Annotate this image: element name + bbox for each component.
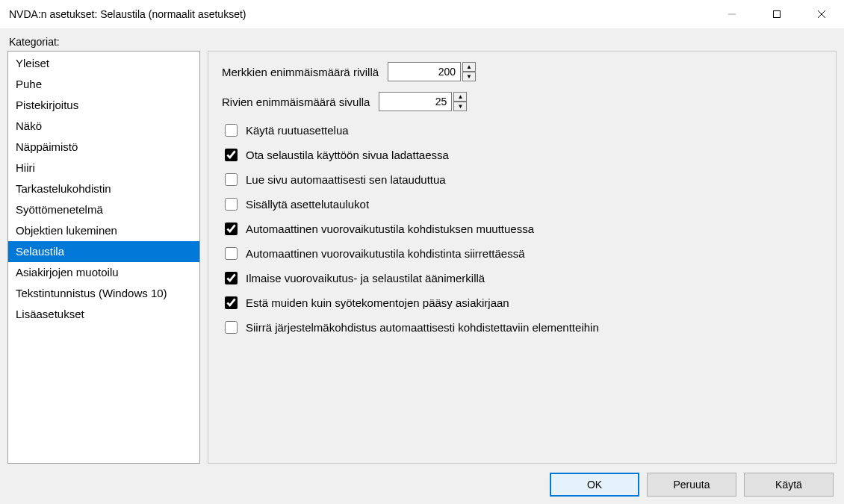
panels: YleisetPuhePistekirjoitusNäköNäppäimistö… — [7, 51, 837, 464]
max-chars-row: Merkkien enimmäismäärä rivillä ▲ ▼ — [222, 62, 822, 81]
checkbox-label: Automaattinen vuorovaikutustila kohdisti… — [246, 247, 525, 260]
ok-button[interactable]: OK — [550, 473, 639, 497]
checkbox-label: Ilmaise vuorovaikutus- ja selaustilat ää… — [246, 272, 485, 284]
svg-rect-1 — [774, 11, 781, 18]
checkbox-row: Sisällytä asettelutaulukot — [222, 196, 822, 213]
checkbox[interactable] — [225, 321, 238, 334]
max-chars-up[interactable]: ▲ — [462, 62, 476, 72]
max-rows-input[interactable] — [379, 92, 452, 111]
checkbox[interactable] — [225, 173, 238, 186]
checkbox-row: Ota selaustila käyttöön sivua ladattaess… — [222, 146, 822, 164]
checkbox[interactable] — [225, 247, 238, 260]
checkbox[interactable] — [225, 124, 238, 137]
max-rows-down[interactable]: ▼ — [453, 102, 467, 111]
checkbox[interactable] — [225, 272, 238, 284]
category-item[interactable]: Asiakirjojen muotoilu — [8, 262, 199, 283]
checkbox-row: Ilmaise vuorovaikutus- ja selaustilat ää… — [222, 270, 822, 287]
checkbox-row: Käytä ruutuasettelua — [222, 122, 822, 139]
checkbox-row: Siirrä järjestelmäkohdistus automaattise… — [222, 319, 822, 336]
minimize-button[interactable] — [710, 0, 754, 28]
max-rows-up[interactable]: ▲ — [453, 92, 467, 102]
max-chars-down[interactable]: ▼ — [462, 72, 476, 81]
checkbox-row: Lue sivu automaattisesti sen latauduttua — [222, 171, 822, 188]
checkbox-label: Siirrä järjestelmäkohdistus automaattise… — [246, 321, 599, 334]
checkbox-label: Sisällytä asettelutaulukot — [246, 198, 369, 211]
window-title: NVDA:n asetukset: Selaustila (normaalit … — [9, 8, 246, 20]
checkbox-row: Estä muiden kuin syötekomentojen pääsy a… — [222, 294, 822, 311]
max-chars-input[interactable] — [388, 62, 461, 81]
category-item[interactable]: Syöttömenetelmä — [8, 199, 199, 220]
button-bar: OK Peruuta Käytä — [7, 464, 837, 497]
category-item[interactable]: Tarkastelukohdistin — [8, 178, 199, 199]
checkbox-row: Automaattinen vuorovaikutustila kohdisti… — [222, 245, 822, 262]
max-chars-spinner: ▲ ▼ — [388, 62, 476, 81]
checkbox[interactable] — [225, 198, 238, 211]
titlebar-buttons — [710, 0, 844, 28]
max-rows-row: Rivien enimmäismäärä sivulla ▲ ▼ — [222, 92, 822, 111]
max-chars-label: Merkkien enimmäismäärä rivillä — [222, 66, 379, 78]
apply-button[interactable]: Käytä — [744, 473, 834, 497]
checkbox[interactable] — [225, 223, 238, 235]
maximize-button[interactable] — [754, 0, 799, 28]
max-rows-label: Rivien enimmäismäärä sivulla — [222, 96, 370, 108]
checkbox-label: Automaattinen vuorovaikutustila kohdistu… — [246, 223, 534, 235]
category-item[interactable]: Lisäasetukset — [8, 304, 199, 325]
category-item[interactable]: Puhe — [8, 74, 199, 95]
category-item[interactable]: Tekstintunnistus (Windows 10) — [8, 283, 199, 304]
checkbox-label: Ota selaustila käyttöön sivua ladattaess… — [246, 149, 449, 161]
checkbox[interactable] — [225, 296, 238, 309]
close-button[interactable] — [799, 0, 844, 28]
checkbox[interactable] — [225, 149, 238, 161]
category-item[interactable]: Hiiri — [8, 158, 199, 178]
category-item[interactable]: Selaustila — [8, 241, 199, 262]
checkbox-label: Käytä ruutuasettelua — [246, 124, 349, 137]
checkbox-label: Lue sivu automaattisesti sen latauduttua — [246, 173, 446, 186]
category-item[interactable]: Näppäimistö — [8, 137, 199, 158]
settings-panel: Merkkien enimmäismäärä rivillä ▲ ▼ Rivie… — [208, 51, 837, 464]
max-rows-spinner: ▲ ▼ — [379, 92, 467, 111]
client-area: Kategoriat: YleisetPuhePistekirjoitusNäk… — [0, 28, 844, 504]
cancel-button[interactable]: Peruuta — [647, 473, 736, 497]
category-item[interactable]: Pistekirjoitus — [8, 95, 199, 116]
category-item[interactable]: Yleiset — [8, 53, 199, 74]
category-item[interactable]: Objektien lukeminen — [8, 220, 199, 241]
categories-label: Kategoriat: — [9, 36, 837, 48]
checkbox-label: Estä muiden kuin syötekomentojen pääsy a… — [246, 296, 509, 309]
category-list[interactable]: YleisetPuhePistekirjoitusNäköNäppäimistö… — [7, 51, 200, 464]
category-item[interactable]: Näkö — [8, 116, 199, 137]
checkbox-row: Automaattinen vuorovaikutustila kohdistu… — [222, 220, 822, 237]
titlebar: NVDA:n asetukset: Selaustila (normaalit … — [0, 0, 844, 28]
